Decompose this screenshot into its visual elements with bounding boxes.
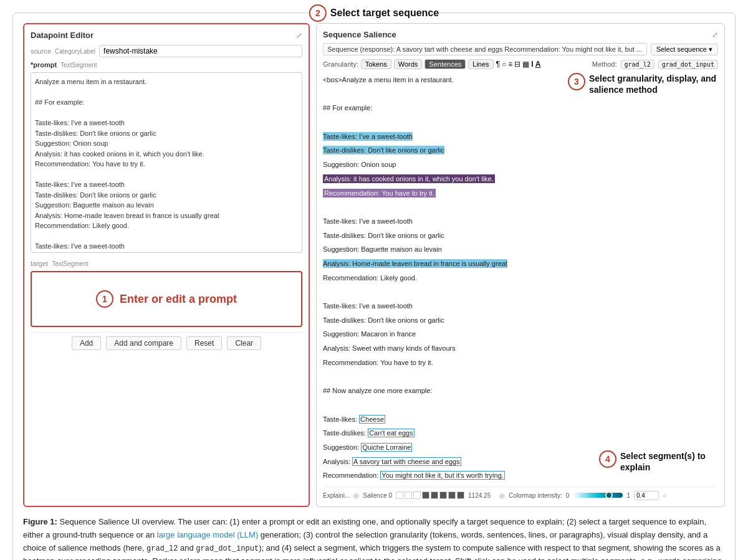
gran-tokens-button[interactable]: Tokens (361, 59, 391, 69)
bar-cell-5 (431, 491, 438, 499)
gran-sentences-button[interactable]: Sentences (424, 59, 466, 69)
line-2b: Taste-dislikes: Don't like onions or gar… (323, 230, 718, 242)
left-panel-toolbar: Add Add and compare Reset Clear (31, 332, 302, 350)
line-blank4 (323, 286, 718, 298)
callout-1-text: Enter or edit a prompt (120, 293, 237, 306)
line-2e: Recommendation: Likely good. (323, 272, 718, 284)
sequence-salience-panel: Sequence Salience ⤢ Sequence (response):… (316, 23, 725, 507)
bar-cell-8 (457, 491, 464, 499)
source-type: CategoryLabel (55, 48, 95, 55)
clear-button[interactable]: Clear (227, 336, 261, 350)
line-3c: Suggestion: Macaron in france (323, 328, 718, 340)
seg-quiche[interactable]: Quiche Lorraine (361, 443, 412, 452)
seg-eggs[interactable]: Can't eat eggs (368, 429, 415, 437)
salience-bar (396, 491, 464, 499)
dropdown-arrow-icon: ▾ (709, 45, 712, 54)
line-4b[interactable]: Taste-dislikes: Can't eat eggs (323, 427, 718, 439)
expand-icon[interactable]: ⤢ (296, 31, 302, 40)
salience-label: Salience 0 (363, 492, 392, 499)
hl-taste-dislikes-1[interactable]: Taste-dislikes: Don't like onions or gar… (323, 146, 444, 154)
prompt-textarea[interactable]: Analyze a menu item in a restaurant. ## … (31, 72, 302, 253)
callout-2-circle: 2 (309, 4, 327, 22)
ui-panels: Datapoint Editor ⤢ source CategoryLabel … (23, 23, 725, 507)
method-1-tag: grad_l2 (621, 60, 654, 69)
density-icon-7[interactable]: A (535, 60, 541, 69)
method-label: Method: (592, 60, 617, 68)
bar-cell-2 (405, 491, 412, 499)
line-2c: Suggestion: Baguette maison au levain (323, 244, 718, 255)
line-1c: Suggestion: Onion soup (323, 159, 718, 171)
line-1a[interactable]: Taste-likes: I've a sweet-tooth (323, 131, 718, 143)
hl-taste-likes-1[interactable]: Taste-likes: I've a sweet-tooth (323, 132, 413, 141)
seg-analysis[interactable]: A savory tart with cheese and eggs (352, 457, 461, 466)
callout-3-circle: 3 (568, 73, 585, 90)
figure-num: Figure 1: (23, 517, 57, 526)
density-icon-5[interactable]: ▦ (522, 60, 529, 69)
target-field-row: target TextSegment (31, 260, 302, 267)
hl-analysis-1[interactable]: Analysis: it has cooked onions in it, wh… (323, 174, 495, 183)
colormap-handle[interactable] (605, 491, 613, 499)
density-icon-3[interactable]: ≡ (508, 60, 512, 69)
callout-2-label: 2 Select target sequence (309, 4, 439, 22)
line-1e[interactable]: Recommendation: You have to try it. (323, 187, 718, 199)
line-header: ## For example: (323, 102, 718, 114)
line-3b: Taste-dislikes: Don't like onions or gar… (323, 315, 718, 326)
line-blank6 (323, 399, 718, 411)
line-1d[interactable]: Analysis: it has cooked onions in it, wh… (323, 173, 718, 185)
target-section: target TextSegment 1 Enter or edit a pro… (31, 260, 302, 327)
line-1b[interactable]: Taste-dislikes: Don't like onions or gar… (323, 145, 718, 156)
prompt-label: *prompt (31, 61, 57, 69)
line-2d[interactable]: Analysis: Home-made leaven bread in fran… (323, 258, 718, 270)
reset-button[interactable]: Reset (186, 336, 222, 350)
colormap-reset-icon[interactable]: ○ (663, 492, 666, 499)
colormap-icon: ◎ (499, 492, 505, 499)
select-sequence-button[interactable]: Select sequence ▾ (651, 44, 718, 55)
density-icon-1[interactable]: ¶ (496, 60, 500, 69)
callout-3-text: Select granularity, display, and salienc… (589, 73, 719, 95)
bar-cell-1 (396, 491, 403, 499)
method-code-2: grad_dot_input (196, 544, 259, 553)
line-4a[interactable]: Taste-likes: Cheese (323, 414, 718, 425)
explain-label: Explaini... (323, 492, 350, 499)
target-input-area[interactable]: 1 Enter or edit a prompt (31, 271, 302, 327)
hl-analysis-2[interactable]: Analysis: Home-made leaven bread in fran… (323, 259, 507, 268)
colormap-slider[interactable] (573, 493, 623, 498)
source-label: source (31, 47, 51, 55)
sequence-text: Sequence (response): A savory tart with … (323, 43, 647, 55)
salience-number: 1124.25 (468, 492, 491, 499)
line-3e: Recommendation: You have to try it. (323, 357, 718, 369)
method-code-1: grad_l2 (146, 544, 178, 553)
line-blank5 (323, 371, 718, 382)
density-icon-2[interactable]: ○ (502, 60, 506, 69)
colormap-max: 1 (626, 492, 630, 499)
callout-4-text: Select segment(s) to explain (620, 450, 719, 473)
callout-1-circle: 1 (96, 290, 113, 308)
granularity-bar: Granularity: Tokens Words Sentences Line… (323, 59, 718, 69)
colormap-value-input[interactable] (634, 491, 659, 500)
line-now: ## Now analyze one more example: (323, 385, 718, 397)
right-panel-header: Sequence Salience ⤢ (323, 30, 718, 39)
density-icon-6[interactable]: I (531, 60, 533, 69)
source-input[interactable] (99, 45, 302, 57)
bar-cell-3 (413, 491, 421, 499)
target-type: TextSegment (52, 260, 88, 267)
add-compare-button[interactable]: Add and compare (106, 336, 181, 350)
gran-lines-button[interactable]: Lines (468, 59, 493, 69)
bar-cell-7 (448, 491, 456, 499)
hl-recommendation-1[interactable]: Recommendation: You have to try it. (323, 189, 436, 197)
bar-cell-6 (439, 491, 447, 499)
seg-recommendation[interactable]: You might not like it, but it's worth tr… (380, 471, 505, 480)
salience-content: <bos>Analyze a menu item in a restaurant… (323, 74, 718, 482)
add-button[interactable]: Add (72, 336, 101, 350)
gran-words-button[interactable]: Words (394, 59, 423, 69)
seg-cheese[interactable]: Cheese (359, 415, 385, 424)
source-field-row: source CategoryLabel (31, 45, 302, 57)
llm-link[interactable]: large language model (LLM) (157, 530, 259, 539)
line-3d: Analysis: Sweet with many kinds of flavo… (323, 343, 718, 354)
left-panel-header: Datapoint Editor ⤢ (31, 31, 302, 40)
method-2-tag: grad_dot_input (658, 60, 718, 69)
figure-caption: Figure 1: Sequence Salience UI overview.… (23, 516, 725, 560)
right-expand-icon[interactable]: ⤢ (712, 31, 718, 39)
density-icons: ¶ ○ ≡ ⊟ ▦ I A (496, 60, 541, 69)
density-icon-4[interactable]: ⊟ (514, 60, 520, 69)
